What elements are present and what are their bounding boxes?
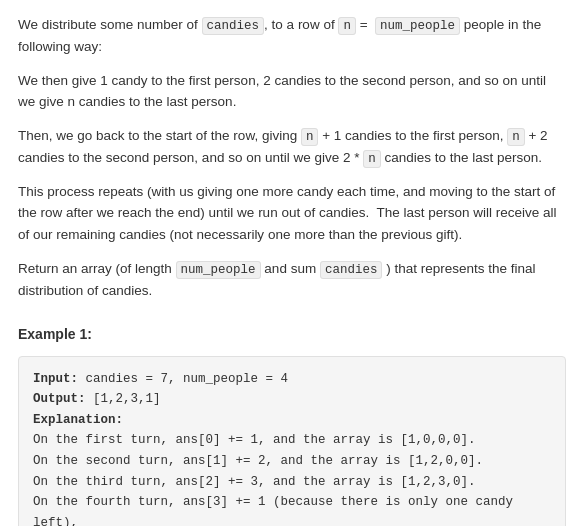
output-keyword: Output:: [33, 392, 86, 406]
candies-code2: candies: [320, 261, 383, 279]
code-block: Input: candies = 7, num_people = 4 Outpu…: [18, 356, 566, 526]
paragraph4: This process repeats (with us giving one…: [18, 181, 566, 246]
n-plus2-code: n: [507, 128, 525, 146]
n-code: n: [338, 17, 356, 35]
candies-code: candies: [202, 17, 265, 35]
num-people-code: num_people: [375, 17, 460, 35]
num-people-code2: num_people: [176, 261, 261, 279]
n-plus1-code: n: [301, 128, 319, 146]
paragraph1: We distribute some number of candies, to…: [18, 14, 566, 58]
paragraph2: We then give 1 candy to the first person…: [18, 70, 566, 113]
main-content: We distribute some number of candies, to…: [0, 0, 584, 526]
paragraph3: Then, we go back to the start of the row…: [18, 125, 566, 169]
example-title: Example 1:: [18, 323, 566, 345]
explanation-keyword: Explanation:: [33, 413, 123, 427]
paragraph5: Return an array (of length num_people an…: [18, 258, 566, 302]
input-keyword: Input:: [33, 372, 78, 386]
example-section: Example 1: Input: candies = 7, num_peopl…: [18, 323, 566, 526]
n-mult-code: n: [363, 150, 381, 168]
